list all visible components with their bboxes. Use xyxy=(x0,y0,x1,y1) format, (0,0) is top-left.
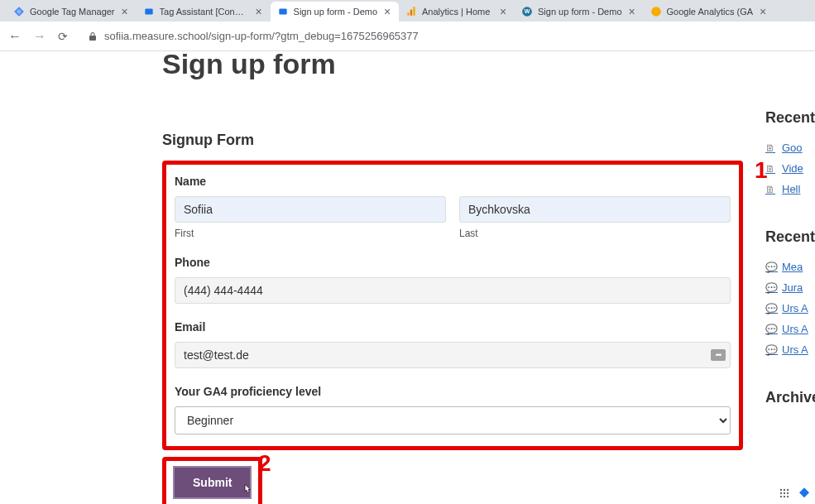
comment-icon: 💬 xyxy=(765,282,777,294)
forward-icon[interactable]: → xyxy=(33,29,46,44)
first-name-input[interactable] xyxy=(175,196,446,223)
recent-comments-heading: Recent Comments xyxy=(765,228,815,246)
page-title: Sign up form xyxy=(162,48,765,80)
sidebar-post-link[interactable]: 🗎Vide xyxy=(765,162,815,175)
tab-ga[interactable]: Google Analytics (GA × xyxy=(644,2,775,22)
svg-point-16 xyxy=(780,496,782,497)
sidebar-comment-link[interactable]: 💬Urs A xyxy=(765,323,815,335)
proficiency-label: Your GA4 proficiency level xyxy=(175,385,731,398)
svg-text:W: W xyxy=(525,8,530,14)
browser-tab-strip: Google Tag Manager × Tag Assistant [Conn… xyxy=(0,0,815,22)
svg-point-11 xyxy=(784,489,785,491)
svg-point-9 xyxy=(651,7,661,17)
recent-posts-heading: Recent Posts xyxy=(765,109,815,127)
tab-analytics[interactable]: Analytics | Home × xyxy=(399,2,515,22)
sidebar: Recent Posts 🗎Goo 🗎Vide 🗎Hell Recent Com… xyxy=(765,51,815,504)
svg-point-10 xyxy=(780,489,782,491)
close-icon[interactable]: × xyxy=(120,7,130,17)
first-sublabel: First xyxy=(175,228,446,239)
email-input[interactable] xyxy=(175,342,731,368)
ga-favicon-icon xyxy=(650,6,662,17)
analytics-favicon-icon xyxy=(405,6,417,17)
submit-label: Submit xyxy=(193,476,232,489)
comment-icon: 💬 xyxy=(765,303,777,314)
tab-wp-signup[interactable]: W Sign up form - Demo × xyxy=(515,2,643,22)
tab-title: Analytics | Home xyxy=(422,7,493,17)
corner-icons xyxy=(777,486,812,501)
svg-point-15 xyxy=(787,492,789,494)
svg-rect-5 xyxy=(410,10,412,16)
autofill-icon[interactable]: ••• xyxy=(711,349,726,361)
sidebar-post-link[interactable]: 🗎Goo xyxy=(765,142,815,154)
sidebar-comment-link[interactable]: 💬Urs A xyxy=(765,302,815,314)
sidebar-post-link[interactable]: 🗎Hell xyxy=(765,183,815,195)
apps-icon[interactable] xyxy=(777,486,792,501)
comment-icon: 💬 xyxy=(765,262,777,273)
url-text: sofiia.measure.school/sign-up-form/?gtm_… xyxy=(104,30,419,42)
comment-icon: 💬 xyxy=(765,324,777,335)
reload-icon[interactable]: ⟳ xyxy=(58,30,68,43)
lock-icon xyxy=(88,31,98,41)
svg-point-12 xyxy=(787,489,789,491)
comment-icon: 💬 xyxy=(765,344,777,356)
close-icon[interactable]: × xyxy=(758,7,768,17)
name-label: Name xyxy=(175,175,731,188)
svg-point-14 xyxy=(784,492,785,494)
phone-label: Phone xyxy=(175,256,731,269)
url-field[interactable]: sofiia.measure.school/sign-up-form/?gtm_… xyxy=(79,26,807,46)
page-content: Sign up form Signup Form Name First Last… xyxy=(0,51,815,504)
tab-title: Sign up form - Demo xyxy=(294,7,377,17)
gtm-favicon-icon xyxy=(13,6,25,17)
close-icon[interactable]: × xyxy=(382,7,392,17)
tag-assistant-favicon-icon xyxy=(277,6,289,17)
address-bar: ← → ⟳ sofiia.measure.school/sign-up-form… xyxy=(0,22,815,51)
tab-title: Google Analytics (GA xyxy=(667,7,754,17)
tab-signup-form[interactable]: Sign up form - Demo × xyxy=(271,2,399,22)
svg-rect-4 xyxy=(407,12,409,16)
submit-button[interactable]: Submit xyxy=(173,466,252,499)
phone-input[interactable] xyxy=(175,277,731,304)
signup-form-highlight: Name First Last Phone Email xyxy=(162,161,743,450)
close-icon[interactable]: × xyxy=(498,7,508,17)
tag-assistant-favicon-icon xyxy=(143,6,155,17)
email-label: Email xyxy=(175,320,731,334)
proficiency-select[interactable]: Beginner xyxy=(175,406,731,434)
sidebar-comment-link[interactable]: 💬Mea xyxy=(765,261,815,273)
form-heading: Signup Form xyxy=(162,132,765,149)
doc-icon: 🗎 xyxy=(765,184,777,195)
svg-rect-2 xyxy=(145,9,152,15)
last-sublabel: Last xyxy=(459,228,731,239)
close-icon[interactable]: × xyxy=(254,7,264,17)
tab-gtm[interactable]: Google Tag Manager × xyxy=(7,2,137,22)
tab-title: Sign up form - Demo xyxy=(538,7,621,17)
tab-title: Google Tag Manager xyxy=(30,7,115,17)
sidebar-comment-link[interactable]: 💬Urs A xyxy=(765,343,815,356)
wordpress-favicon-icon: W xyxy=(521,6,533,17)
tab-title: Tag Assistant [Connec xyxy=(160,7,249,17)
callout-2: 2 xyxy=(258,450,271,477)
svg-point-13 xyxy=(780,492,782,494)
archives-heading: Archives xyxy=(765,389,815,406)
doc-icon: 🗎 xyxy=(765,142,777,154)
cursor-icon xyxy=(240,482,253,501)
last-name-input[interactable] xyxy=(459,196,731,223)
back-icon[interactable]: ← xyxy=(8,29,22,44)
callout-1: 1 xyxy=(755,157,768,184)
submit-highlight: Submit xyxy=(162,457,262,504)
svg-point-17 xyxy=(784,496,785,497)
close-icon[interactable]: × xyxy=(627,7,637,17)
svg-rect-3 xyxy=(279,9,286,15)
svg-point-18 xyxy=(787,496,789,497)
tab-tag-assistant[interactable]: Tag Assistant [Connec × xyxy=(137,2,271,22)
svg-rect-6 xyxy=(413,7,415,16)
tag-assistant-badge-icon[interactable] xyxy=(797,486,812,501)
sidebar-comment-link[interactable]: 💬Jura xyxy=(765,281,815,294)
